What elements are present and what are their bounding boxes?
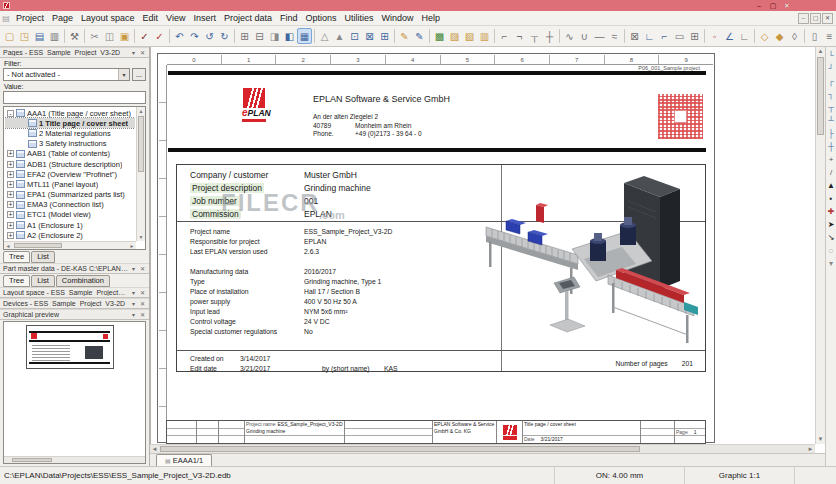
expander-icon[interactable]: + <box>7 191 14 198</box>
tree-item[interactable]: +EPA1 (Summarized parts list) <box>5 190 135 200</box>
drawing-canvas[interactable]: 0123456789 P06_001_Sample project ePLAN … <box>150 47 815 444</box>
panel-close-icon[interactable]: ✕ <box>139 311 146 318</box>
new-icon[interactable]: ▢ <box>2 28 17 44</box>
rectangle-icon[interactable]: ▭ <box>672 28 687 44</box>
graphical-preview[interactable] <box>3 321 146 465</box>
curve-icon[interactable]: ≈ <box>607 28 622 44</box>
expander-icon[interactable]: + <box>7 222 14 229</box>
scroll-up-icon[interactable]: ▲ <box>137 107 145 115</box>
minimize-button[interactable]: – <box>752 0 766 11</box>
mirror-icon[interactable]: △ <box>317 28 332 44</box>
menu-item-insert[interactable]: Insert <box>189 13 220 23</box>
edit-graphic-icon[interactable]: ✎ <box>412 28 427 44</box>
scroll-thumb[interactable] <box>817 57 824 135</box>
title-bar[interactable]: – ▢ ✕ <box>0 0 836 11</box>
graphical-preview-header[interactable]: Graphical preview ▾ ✕ <box>0 309 149 320</box>
undo-icon[interactable]: ↶ <box>172 28 187 44</box>
panel-close-icon[interactable]: ✕ <box>139 49 146 56</box>
tree-item[interactable]: +MTL11 (Panel layout) <box>5 179 135 189</box>
line-icon[interactable]: — <box>592 28 607 44</box>
zoom-lens-icon[interactable]: ◌ <box>826 244 836 257</box>
corner-up-left-icon[interactable]: ┌ <box>826 75 836 88</box>
scroll-thumb[interactable] <box>14 243 62 248</box>
panel-close-icon[interactable]: ✕ <box>139 300 146 307</box>
menu-item-layout-space[interactable]: Layout space <box>77 13 139 23</box>
pages-tab-list[interactable]: List <box>31 251 55 263</box>
cross-node-icon[interactable]: ┼ <box>826 140 836 153</box>
scroll-down-icon[interactable]: ▼ <box>137 233 145 241</box>
pages-panel-header[interactable]: Pages - ESS_Sample_Project_V3-2D ▾ ✕ <box>0 47 149 58</box>
expander-icon[interactable]: + <box>7 232 14 239</box>
redo-icon[interactable]: ↷ <box>187 28 202 44</box>
direct-connect-icon[interactable]: ∠ <box>722 28 737 44</box>
scroll-thumb[interactable] <box>12 458 52 462</box>
select-window-icon[interactable]: ⊠ <box>627 28 642 44</box>
menu-item-utilities[interactable]: Utilities <box>341 13 378 23</box>
close-button[interactable]: ✕ <box>780 0 794 11</box>
expander-icon[interactable]: - <box>7 110 14 117</box>
print-icon[interactable]: ▥ <box>47 28 62 44</box>
part-master-tab-list[interactable]: List <box>31 275 55 287</box>
expander-icon[interactable]: + <box>7 201 14 208</box>
expander-icon[interactable]: + <box>7 150 14 157</box>
point-icon[interactable]: ◦ <box>707 28 722 44</box>
mdi-minimize-button[interactable]: – <box>798 13 809 24</box>
panel-menu-icon[interactable]: ▾ <box>130 311 137 318</box>
devices-panel-header[interactable]: Devices - ESS_Sample_Project_V3-2D ▾ ✕ <box>0 298 149 309</box>
path-icon[interactable]: ∟ <box>737 28 752 44</box>
properties-icon[interactable]: ▯ <box>807 28 822 44</box>
tree-vertical-scrollbar[interactable]: ▲ ▼ <box>136 107 145 241</box>
tree-item[interactable]: +EFA2 (Overview "Profinet") <box>5 169 135 179</box>
zoom-out-icon[interactable]: ⊟ <box>252 28 267 44</box>
plus-icon[interactable]: + <box>826 153 836 166</box>
previous-page-icon[interactable]: ◨ <box>267 28 282 44</box>
tree-item[interactable]: 3 Safety instructions <box>5 139 135 149</box>
insert-angle-icon[interactable]: ⌐ <box>497 28 512 44</box>
zoom-window-icon[interactable]: ⊞ <box>237 28 252 44</box>
arrow-up-icon[interactable]: ▲ <box>826 179 836 192</box>
redo-history-icon[interactable]: ↻ <box>217 28 232 44</box>
open-icon[interactable]: ◳ <box>17 28 32 44</box>
layers-icon[interactable]: ≡ <box>822 28 836 44</box>
part-master-panel-header[interactable]: Part master data - DE-KAS C:\EPLAN\EPLAN… <box>0 263 149 274</box>
cut-icon[interactable]: ✂ <box>87 28 102 44</box>
tree-item[interactable]: 1 Title page / cover sheet <box>5 118 135 128</box>
scroll-left-icon[interactable]: ◄ <box>4 242 12 250</box>
tree-item[interactable]: +ETC1 (Model view) <box>5 210 135 220</box>
edit-text-icon[interactable]: ✎ <box>397 28 412 44</box>
canvas-horizontal-scrollbar[interactable]: ◄ ► <box>150 444 815 453</box>
page-tab[interactable]: ▤ EAAA1/1 <box>156 454 212 466</box>
connection-symbol-icon[interactable]: ∿ <box>562 28 577 44</box>
insert-cross-icon[interactable]: ┼ <box>542 28 557 44</box>
mdi-restore-button[interactable]: ▢ <box>810 13 821 24</box>
expander-icon[interactable]: + <box>7 211 14 218</box>
part-master-tab-combination[interactable]: Combination <box>56 275 110 287</box>
page-navigator-icon[interactable]: ▦ <box>297 28 312 44</box>
check-icon[interactable]: ✓ <box>137 28 152 44</box>
maximize-button[interactable]: ▢ <box>766 0 780 11</box>
corner-down-right-icon[interactable]: ┘ <box>826 62 836 75</box>
panel-menu-icon[interactable]: ▾ <box>130 265 137 272</box>
corner-up-right-icon[interactable]: ┐ <box>826 88 836 101</box>
menu-item-project[interactable]: Project <box>12 13 48 23</box>
corner-down-left-icon[interactable]: └ <box>826 49 836 62</box>
tree-item[interactable]: 2 Material regulations <box>5 128 135 138</box>
tree-item[interactable]: -AAA1 (Title page / cover sheet) <box>5 108 135 118</box>
expander-icon[interactable]: + <box>7 161 14 168</box>
paste-icon[interactable]: ▣ <box>117 28 132 44</box>
filter-browse-button[interactable]: ... <box>132 68 146 81</box>
settings-wrench-icon[interactable]: ⚒ <box>67 28 82 44</box>
tree-item[interactable]: +AAB1 (Table of contents) <box>5 149 135 159</box>
preview-scrollbar[interactable] <box>4 456 145 463</box>
panel-menu-icon[interactable]: ▾ <box>130 49 137 56</box>
scroll-thumb[interactable] <box>138 116 144 172</box>
insert-point-icon[interactable]: ✚ <box>826 205 836 218</box>
parts-list-icon[interactable]: ▩ <box>432 28 447 44</box>
apply-icon[interactable]: ✓ <box>152 28 167 44</box>
insert-corner-icon[interactable]: ¬ <box>512 28 527 44</box>
tree-item[interactable]: +ADB1 (Structure description) <box>5 159 135 169</box>
tree-item[interactable]: +EMA3 (Connection list) <box>5 200 135 210</box>
menu-item-page[interactable]: Page <box>48 13 77 23</box>
macro-box-icon[interactable]: ▧ <box>462 28 477 44</box>
panel-close-icon[interactable]: ✕ <box>139 265 146 272</box>
